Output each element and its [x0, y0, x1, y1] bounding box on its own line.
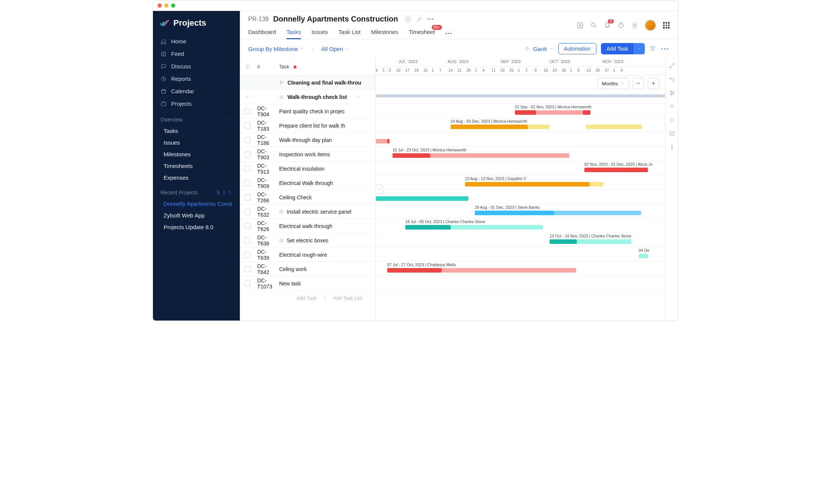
tab-issues[interactable]: Issues [312, 26, 328, 39]
task-row[interactable]: DC-T632 Install electric service panel [240, 205, 375, 219]
apps-grid-icon[interactable] [663, 22, 670, 29]
task-checkbox[interactable] [244, 166, 250, 172]
recent-project-item[interactable]: Zylsoft Web App [153, 210, 240, 221]
group-by-dropdown[interactable]: Group By Milestone [248, 46, 304, 52]
info-icon[interactable] [405, 16, 411, 22]
task-row[interactable]: DC-T186 Walk-through day plan [240, 133, 375, 147]
export-icon[interactable] [669, 131, 675, 137]
task-row[interactable]: DC-T266 Ceiling Check [240, 190, 375, 205]
gantt-bar[interactable] [430, 153, 569, 158]
alert-bell-icon[interactable] [292, 64, 298, 69]
task-row[interactable]: DC-T903 Inspection work items [240, 147, 375, 162]
expand-subtask-icon[interactable] [279, 210, 284, 214]
task-checkbox[interactable] [244, 209, 250, 215]
gantt-bar[interactable] [465, 182, 590, 186]
gantt-bar[interactable] [451, 225, 520, 230]
critical-path-icon[interactable] [669, 117, 675, 123]
footer-add-list[interactable]: Add Task List [333, 295, 362, 301]
add-task-split-button[interactable]: Add Task [601, 43, 645, 54]
overview-section-header[interactable]: Overview [153, 111, 240, 125]
add-icon[interactable] [577, 22, 584, 29]
nav-feed[interactable]: Feed [153, 48, 240, 60]
gantt-bar[interactable] [584, 168, 648, 172]
tab-milestones[interactable]: Milestones [371, 26, 398, 39]
overview-item-timesheets[interactable]: Timesheets [153, 160, 240, 172]
nav-reports[interactable]: Reports [153, 72, 240, 85]
undo-icon[interactable] [669, 76, 675, 82]
task-checkbox[interactable] [244, 266, 250, 272]
task-row[interactable]: DC-T626 Electrical walk-through [240, 219, 375, 233]
overview-item-tasks[interactable]: Tasks [153, 125, 240, 137]
task-row[interactable]: DC-T904 Paint quality check in projec [240, 104, 375, 119]
more-vertical-icon[interactable] [669, 144, 675, 150]
task-row[interactable]: DC-T909 Electrical Walk through [240, 176, 375, 190]
task-row[interactable]: DC-T638 Set electric boxes [240, 233, 375, 248]
gantt-bar[interactable] [528, 125, 550, 129]
gantt-bar[interactable] [442, 268, 576, 273]
tab-task-list[interactable]: Task List [338, 26, 360, 39]
gantt-bar[interactable] [590, 182, 603, 186]
timer-icon[interactable] [618, 22, 624, 29]
gantt-bar[interactable] [536, 110, 583, 115]
nav-home[interactable]: Home [153, 35, 240, 48]
tab-timesheet[interactable]: Timesheet99+ [409, 26, 435, 39]
chevron-down-icon[interactable] [245, 95, 250, 99]
overview-item-milestones[interactable]: Milestones [153, 148, 240, 160]
minimize-window-icon[interactable] [164, 3, 168, 8]
gantt-bar[interactable] [515, 110, 536, 115]
task-checkbox[interactable] [244, 223, 250, 229]
gantt-bar[interactable] [520, 225, 543, 230]
nav-discuss[interactable]: Discuss [153, 60, 240, 72]
gantt-bar[interactable] [376, 139, 387, 143]
filter-sliders-icon[interactable] [669, 90, 675, 96]
gear-icon[interactable] [631, 22, 638, 29]
task-checkbox[interactable] [244, 180, 250, 186]
automation-button[interactable]: Automation [558, 43, 596, 54]
app-logo[interactable]: Projects [153, 11, 240, 34]
task-row[interactable]: DC-T642 Celing work [240, 262, 375, 276]
gantt-bar[interactable] [639, 254, 648, 258]
gantt-bar[interactable] [387, 139, 389, 143]
gantt-chart[interactable]: JUL `2023AUG `2023SEP `2023OCT `2023NOV … [376, 58, 665, 321]
task-checkbox[interactable] [244, 252, 250, 258]
filter-icon[interactable] [649, 45, 656, 52]
nav-calendar[interactable]: Calendar [153, 85, 240, 97]
gantt-bar[interactable] [405, 225, 451, 230]
task-checkbox[interactable] [244, 137, 250, 143]
task-row[interactable]: DC-T639 Electrical rough-wire [240, 248, 375, 262]
task-checkbox[interactable] [244, 151, 250, 157]
align-icon[interactable] [669, 103, 675, 109]
avatar[interactable] [645, 20, 656, 31]
tab-tasks[interactable]: Tasks [286, 26, 301, 39]
task-checkbox[interactable] [244, 237, 250, 244]
collapse-all-icon[interactable] [245, 64, 250, 69]
add-task-dropdown[interactable] [634, 43, 645, 54]
task-row[interactable]: DC-T1073 New task [240, 276, 375, 291]
task-checkbox[interactable] [244, 108, 250, 114]
gantt-bar[interactable] [586, 125, 642, 129]
gantt-bar[interactable] [550, 239, 577, 244]
recent-project-item[interactable]: Donnelly Apartments Const [153, 198, 240, 210]
filter-status-dropdown[interactable]: All Open [321, 46, 349, 52]
gantt-bar[interactable] [475, 211, 554, 215]
close-window-icon[interactable] [158, 3, 162, 8]
search-icon[interactable] [227, 190, 232, 195]
add-task-button[interactable]: Add Task [601, 43, 634, 54]
gantt-bar[interactable] [577, 239, 631, 244]
more-icon[interactable] [428, 18, 433, 20]
edit-icon[interactable] [416, 16, 422, 22]
notifications-button[interactable]: 9 [604, 22, 611, 29]
overview-item-expenses[interactable]: Expenses [153, 172, 240, 183]
zoom-in-button[interactable]: + [648, 78, 659, 89]
task-group-row[interactable]: Walk-through check list [240, 90, 375, 104]
collapse-panel-button[interactable] [376, 185, 383, 194]
gantt-bar[interactable] [376, 196, 468, 201]
settings-sliders-icon[interactable] [216, 190, 221, 195]
more-options-icon[interactable]: ⋯ [661, 45, 670, 53]
sort-icon[interactable] [356, 95, 360, 99]
timescale-dropdown[interactable]: Months [598, 78, 629, 89]
task-checkbox[interactable] [244, 281, 250, 287]
view-picker-gantt[interactable]: Gantt [525, 46, 554, 52]
gantt-bar[interactable] [392, 153, 430, 158]
expand-subtask-icon[interactable] [279, 238, 284, 243]
